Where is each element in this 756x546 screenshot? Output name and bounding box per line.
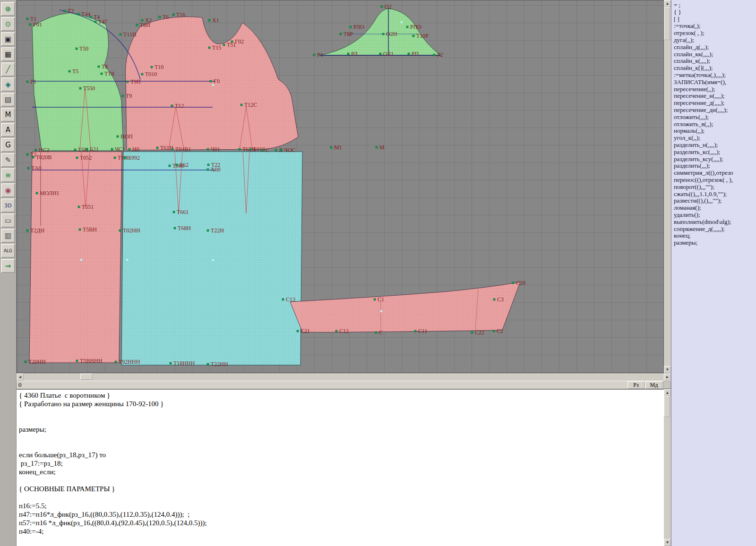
point-marker[interactable] <box>207 230 209 231</box>
point-marker[interactable] <box>208 19 210 21</box>
command-item[interactable]: :=точка(,); <box>674 23 756 30</box>
three-d-icon[interactable]: 3D <box>1 198 15 213</box>
canvas-vscroll-thumb[interactable] <box>664 7 670 40</box>
command-item[interactable]: пересечение_дн(,,,,); <box>674 107 756 114</box>
point-marker[interactable] <box>335 330 337 332</box>
text-tool-icon[interactable]: A <box>1 123 15 137</box>
point-marker[interactable] <box>249 148 251 150</box>
zoom-in-icon[interactable]: ⊕ <box>1 2 15 16</box>
point-marker[interactable] <box>172 148 173 150</box>
command-item[interactable]: размеры; <box>674 239 756 247</box>
command-item[interactable]: нормаль(,,); <box>674 128 756 135</box>
point-marker[interactable] <box>90 16 92 18</box>
calculator-icon[interactable]: ▤ <box>1 93 15 107</box>
point-marker[interactable] <box>275 149 277 151</box>
scroll-up-icon[interactable]: ▲ <box>664 0 671 7</box>
point-marker[interactable] <box>231 41 233 43</box>
point-marker[interactable] <box>26 230 28 231</box>
point-marker[interactable] <box>77 13 79 15</box>
point-marker[interactable] <box>76 48 77 50</box>
point-marker[interactable] <box>471 332 473 333</box>
piece-left-skirt[interactable] <box>29 152 122 363</box>
point-marker[interactable] <box>408 53 410 55</box>
point-marker[interactable] <box>129 148 130 150</box>
md-button[interactable]: Мд <box>645 381 662 389</box>
point-marker[interactable] <box>120 34 121 35</box>
point-marker[interactable] <box>69 70 70 72</box>
pattern-canvas[interactable]: Т1Г01Т3Т44Т4Т47Т50Т5Т8ТТ8Г1Т550Т9ПТ9Т11П… <box>17 0 664 373</box>
point-marker[interactable] <box>493 299 495 300</box>
point-marker[interactable] <box>171 105 173 107</box>
piece-front-bodice[interactable] <box>125 17 298 150</box>
command-item[interactable]: = ; <box>674 2 756 9</box>
point-marker[interactable] <box>25 361 26 363</box>
point-marker[interactable] <box>141 73 143 75</box>
point-marker[interactable] <box>207 164 209 166</box>
rz-button[interactable]: Рз <box>627 381 644 389</box>
screen-view-icon[interactable]: ▣ <box>1 32 15 46</box>
point-marker[interactable] <box>27 167 29 169</box>
point-marker[interactable] <box>76 360 78 362</box>
point-marker[interactable] <box>176 164 178 166</box>
point-marker[interactable] <box>74 149 76 151</box>
point-marker[interactable] <box>172 14 174 16</box>
command-item[interactable]: сплайн_к[](,,,); <box>674 65 756 72</box>
command-item[interactable]: ломаная(); <box>674 205 756 212</box>
point-marker[interactable] <box>170 362 172 364</box>
point-marker[interactable] <box>111 148 113 150</box>
scroll-left-icon[interactable]: ◄ <box>17 374 24 381</box>
point-marker[interactable] <box>207 148 209 150</box>
point-marker[interactable] <box>101 73 103 75</box>
editor-vscroll-thumb[interactable] <box>664 396 670 417</box>
point-marker[interactable] <box>26 81 28 83</box>
command-item[interactable]: :=метка(точка(,),,,,); <box>674 72 756 79</box>
editor-line[interactable] <box>19 417 664 425</box>
point-marker[interactable] <box>330 146 332 148</box>
command-item[interactable]: поворот((),,,""); <box>674 184 756 191</box>
point-marker[interactable] <box>117 136 119 137</box>
editor-line[interactable]: конец_если; <box>19 468 664 476</box>
point-marker[interactable] <box>239 148 241 150</box>
point-marker[interactable] <box>98 66 100 68</box>
point-marker[interactable] <box>159 16 161 18</box>
point-marker[interactable] <box>210 80 212 82</box>
point-marker[interactable] <box>207 363 209 365</box>
piece-back-bodice[interactable] <box>32 13 123 151</box>
point-marker[interactable] <box>375 332 377 333</box>
point-marker[interactable] <box>174 227 176 229</box>
alg-icon[interactable]: ALG <box>1 244 15 258</box>
command-item[interactable]: разделить(,,,); <box>674 162 756 170</box>
editor-line[interactable] <box>19 493 664 502</box>
command-item[interactable]: перенос((),отрезок( , ), <box>674 177 756 184</box>
canvas-horizontal-scrollbar[interactable]: ◄ ► <box>17 374 671 381</box>
point-marker[interactable] <box>207 169 209 171</box>
point-marker[interactable] <box>223 44 225 46</box>
point-marker[interactable] <box>347 53 349 55</box>
point-marker[interactable] <box>32 156 34 158</box>
point-marker[interactable] <box>115 361 117 363</box>
scroll-right-icon[interactable]: ► <box>664 374 671 381</box>
point-marker[interactable] <box>280 149 282 151</box>
point-marker[interactable] <box>141 19 143 21</box>
command-item[interactable]: разделить_ксу(,,,,); <box>674 156 756 163</box>
point-marker[interactable] <box>122 95 124 97</box>
point-marker[interactable] <box>86 148 88 150</box>
editor-line[interactable]: если больше(рз_18,рз_17) то <box>19 451 664 459</box>
command-item[interactable]: дуга(,,); <box>674 37 756 44</box>
editor-line[interactable] <box>19 434 664 442</box>
point-marker[interactable] <box>127 81 129 83</box>
editor-vertical-scrollbar[interactable]: ▲ ▼ <box>664 389 671 546</box>
point-marker[interactable] <box>297 330 299 332</box>
command-item[interactable]: угол_к(,,); <box>674 135 756 142</box>
command-item[interactable]: пересечение(,,); <box>674 86 756 93</box>
editor-line[interactable]: { Разработано на размер женщины 170-92-1… <box>19 400 664 408</box>
editor-line[interactable]: размеры; <box>19 425 664 434</box>
editor-line[interactable]: { ОСНОВНЫЕ ПАРАМЕТРЫ } <box>19 485 664 493</box>
command-item[interactable]: пересечение_д(,,,,); <box>674 100 756 107</box>
point-marker[interactable] <box>119 230 121 231</box>
point-marker[interactable] <box>282 299 284 300</box>
point-marker[interactable] <box>136 24 138 26</box>
point-marker[interactable] <box>414 330 416 332</box>
command-item[interactable]: удалить(); <box>674 212 756 219</box>
point-marker[interactable] <box>79 87 81 89</box>
